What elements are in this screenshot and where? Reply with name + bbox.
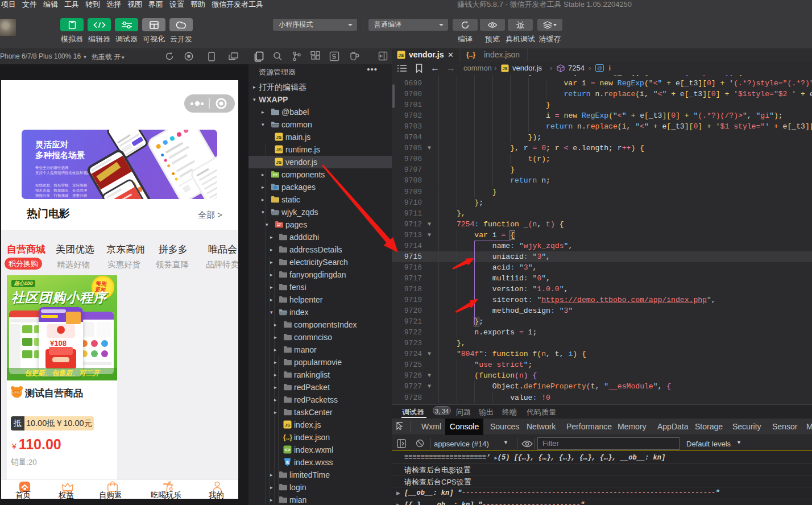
svg-text:JS: JS — [285, 423, 291, 428]
svg-text:JS: JS — [276, 160, 282, 165]
svg-text:{..}: {..} — [283, 433, 292, 441]
svg-text:JS: JS — [502, 66, 507, 71]
svg-text:<>: <> — [284, 447, 291, 453]
svg-text:JS: JS — [276, 147, 282, 152]
svg-text:JS: JS — [276, 135, 282, 140]
svg-text:S: S — [286, 460, 289, 465]
svg-text:JS: JS — [399, 53, 404, 58]
